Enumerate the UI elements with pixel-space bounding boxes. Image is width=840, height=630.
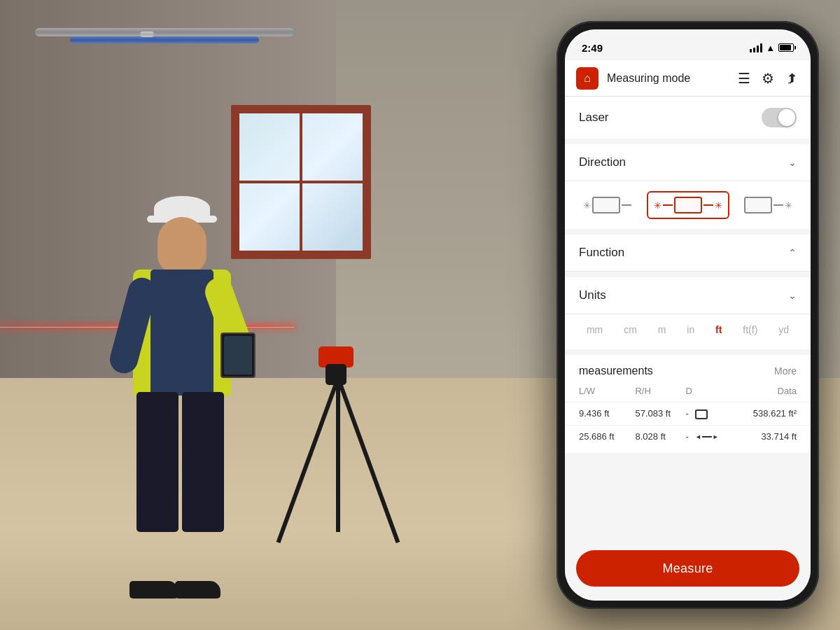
cell-icon-2: ◄ ►: [695, 425, 729, 447]
cell-rh-1: 57.083 ft: [635, 402, 685, 426]
measurements-title: measurements: [579, 365, 653, 377]
dir-box-left: [592, 197, 620, 214]
col-icon: [695, 383, 729, 402]
direction-options: ✳ ✳ ✳: [565, 181, 811, 229]
toggle-knob: [778, 109, 795, 126]
col-lw: L/W: [565, 383, 635, 402]
dir-box-right: [744, 197, 772, 214]
dir-box-both: [674, 197, 702, 214]
direction-option-both[interactable]: ✳ ✳: [647, 191, 729, 219]
cell-lw-1: 9.436 ft: [565, 402, 635, 426]
unit-ft[interactable]: ft: [711, 321, 726, 338]
table-row: 9.436 ft 57.083 ft - 538.621 ft²: [565, 402, 811, 426]
phone-frame: 2:49 ▲ ⌂ Measuring mode ☰: [556, 21, 819, 609]
list-icon[interactable]: ☰: [738, 70, 750, 87]
laser-row: Laser: [565, 97, 811, 139]
direction-section: Direction ⌄ ✳ ✳: [565, 144, 811, 229]
scroll-content[interactable]: Laser Direction ⌄ ✳: [565, 97, 811, 542]
unit-yd[interactable]: yd: [774, 321, 793, 338]
scene-window: [231, 105, 371, 259]
more-button[interactable]: More: [774, 365, 797, 377]
page-title: Measuring mode: [607, 72, 729, 85]
share-icon[interactable]: ⮭: [785, 70, 799, 86]
unit-ftf[interactable]: ft(f): [738, 321, 762, 338]
table-row: 25.686 ft 8.028 ft - ◄ ► 33.714 ft: [565, 425, 811, 447]
direction-option-left[interactable]: ✳: [573, 191, 641, 219]
unit-mm[interactable]: mm: [582, 321, 607, 338]
arrow-right-gray: [622, 204, 631, 206]
pipes: [0, 28, 294, 49]
tripod: [294, 308, 378, 588]
function-section: Function ⌃: [565, 234, 811, 272]
star-icon-left: ✳: [583, 200, 591, 211]
function-chevron-icon: ⌃: [788, 247, 797, 258]
phone-screen: 2:49 ▲ ⌂ Measuring mode ☰: [565, 29, 811, 601]
arrow-left-red: [663, 204, 673, 206]
wifi-icon: ▲: [766, 43, 775, 53]
cell-icon-1: [695, 402, 729, 426]
units-section: Units ⌄ mm cm m in ft ft(f) yd: [565, 277, 811, 349]
settings-icon[interactable]: ⚙: [762, 70, 774, 87]
header-actions: ☰ ⚙ ⮭: [738, 70, 799, 87]
direction-header[interactable]: Direction ⌄: [565, 144, 811, 181]
star-icon-right-active: ✳: [715, 200, 722, 211]
cell-data-2: 33.714 ft: [729, 425, 811, 447]
measurements-header: measurements More: [565, 355, 811, 383]
unit-in[interactable]: in: [682, 321, 699, 338]
signal-icon: [750, 43, 762, 52]
cell-d-2: -: [686, 425, 695, 447]
direction-chevron-icon: ⌄: [788, 157, 797, 168]
status-time: 2:49: [582, 42, 603, 54]
units-title: Units: [579, 288, 606, 302]
col-rh: R/H: [635, 383, 685, 402]
measure-button[interactable]: Measure: [576, 550, 799, 587]
status-bar: 2:49 ▲: [565, 29, 811, 60]
cell-d-1: -: [686, 402, 695, 426]
battery-icon: [778, 43, 794, 52]
star-icon-left-active: ✳: [654, 200, 662, 211]
arrow-right-red: [704, 204, 713, 206]
line-icon: ◄ ►: [695, 433, 719, 440]
direction-title: Direction: [579, 155, 626, 169]
laser-label: Laser: [579, 111, 609, 125]
worker-figure: [112, 196, 252, 588]
unit-cm[interactable]: cm: [620, 321, 641, 338]
col-d: D: [686, 383, 695, 402]
rect-icon: [695, 410, 708, 419]
units-row: mm cm m in ft ft(f) yd: [565, 314, 811, 349]
cell-rh-2: 8.028 ft: [635, 425, 685, 447]
direction-option-right[interactable]: ✳: [735, 191, 803, 219]
arrow-right-gray2: [774, 204, 783, 206]
units-header[interactable]: Units ⌄: [565, 277, 811, 314]
function-header[interactable]: Function ⌃: [565, 234, 811, 272]
star-icon-right: ✳: [785, 200, 792, 211]
table-header-row: L/W R/H D Data: [565, 383, 811, 402]
home-icon: ⌂: [584, 72, 591, 85]
function-title: Function: [579, 246, 624, 260]
cell-lw-2: 25.686 ft: [565, 425, 635, 447]
measure-button-container: Measure: [565, 542, 811, 601]
unit-m[interactable]: m: [654, 321, 671, 338]
measurements-table: L/W R/H D Data 9.436 ft 57.083 ft -: [565, 383, 811, 447]
units-chevron-icon: ⌄: [788, 290, 797, 301]
home-button[interactable]: ⌂: [576, 67, 598, 90]
measurements-section: measurements More L/W R/H D Data: [565, 355, 811, 453]
col-data: Data: [729, 383, 811, 402]
cell-data-1: 538.621 ft²: [729, 402, 811, 426]
status-icons: ▲: [750, 43, 794, 53]
app-header: ⌂ Measuring mode ☰ ⚙ ⮭: [565, 60, 811, 97]
laser-toggle[interactable]: [762, 108, 797, 127]
